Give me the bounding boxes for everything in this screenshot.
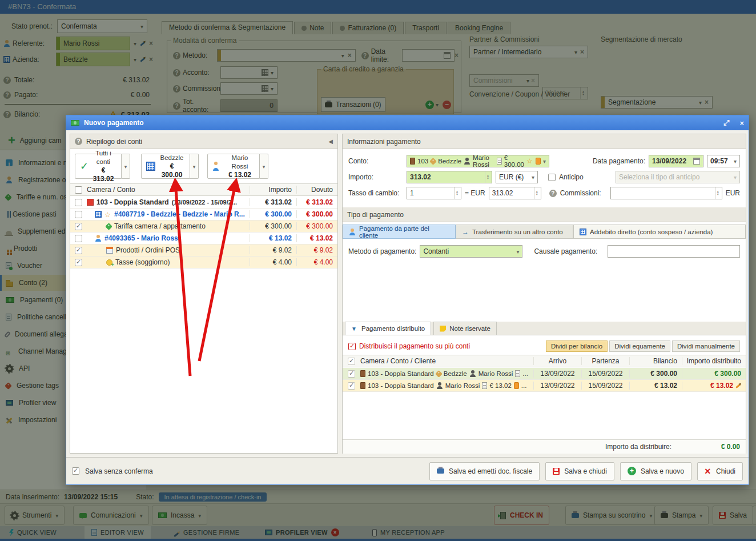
select-all-checkbox[interactable]	[75, 186, 82, 194]
importo-field[interactable]: 313.02 ▴▾	[407, 171, 492, 183]
account-all-dropdown[interactable]	[122, 154, 130, 179]
money-icon	[71, 120, 79, 126]
tab-note-riservate[interactable]: Note riservate	[433, 322, 497, 335]
conto-row-camera[interactable]: 103 - Doppia Standard(13/09/2022 - 15/09…	[70, 197, 337, 209]
importo-da-distribuire-label: Importo da distribuire:	[605, 443, 671, 451]
account-mario-rossi-button[interactable]: Mario Rossi€ 13.02	[207, 154, 260, 179]
anticipo-checkbox[interactable]	[548, 174, 556, 181]
tab-pagamento-cliente[interactable]: Pagamento da parte del cliente	[343, 225, 456, 239]
distribuisci-checkbox[interactable]	[348, 343, 356, 350]
data-pagamento-field[interactable]: 13/09/2022	[649, 155, 703, 167]
riepilogo-header: Riepilogo dei conti ◀	[70, 134, 337, 149]
conto-row-cliente[interactable]: #4093365 - Mario Rossi € 13.02 € 13.02	[70, 233, 337, 245]
close-icon[interactable]: ×	[739, 119, 744, 127]
distribuzione-row-azienda[interactable]: 103 - Doppia Standard Bedzzle Mario Ross…	[343, 368, 746, 380]
salva-e-nuovo-button[interactable]: Salva e nuovo	[620, 462, 691, 480]
row-checkbox[interactable]	[75, 259, 82, 266]
data-pagamento-label: Data pagamento:	[593, 157, 645, 165]
row-checkbox[interactable]	[75, 247, 82, 254]
dividi-manualmente-button[interactable]: Dividi manualmente	[672, 340, 740, 352]
salva-senza-conferma-checkbox[interactable]	[72, 467, 79, 475]
account-all-button[interactable]: Tutti i conti€ 313.02	[75, 154, 122, 179]
dialog-titlebar[interactable]: Nuovo pagamento ⤢ ×	[66, 115, 749, 130]
dividi-bilancio-button[interactable]: Dividi per bilancio	[546, 340, 608, 352]
dialog-title: Nuovo pagamento	[84, 119, 144, 127]
tasso-field[interactable]: 1 ▴▾	[407, 187, 461, 199]
spinner-icon[interactable]: ▴▾	[454, 187, 458, 199]
receipt-icon	[515, 370, 520, 377]
door-icon	[360, 382, 365, 389]
conto-row-prodotti[interactable]: Prodotti / Ordini POS € 9.02 € 9.02	[70, 245, 337, 257]
door-icon	[410, 158, 415, 165]
row-checkbox[interactable]	[348, 370, 355, 378]
chevron-down-icon[interactable]	[532, 174, 534, 181]
chevron-down-icon[interactable]	[734, 158, 737, 165]
metodo-pagamento-label: Metodo di pagamento:	[348, 247, 416, 255]
note-icon	[440, 326, 446, 332]
metodo-pagamento-select[interactable]: Contanti	[420, 245, 522, 258]
chevron-down-icon[interactable]	[516, 249, 519, 255]
commissioni-pag-label: Commissioni:	[560, 189, 601, 197]
spinner-icon[interactable]: ▴▾	[534, 187, 538, 199]
tasso-cambio-label: Tasso di cambio:	[348, 189, 403, 197]
avatar-icon	[95, 235, 102, 242]
conto-row-azienda[interactable]: #4087719 - Bedzzle - Bedzzle - Mario R..…	[70, 209, 337, 221]
chevron-down-icon[interactable]	[543, 158, 546, 165]
conto-row-tasse[interactable]: Tasse (soggiorno) € 4.00 € 4.00	[70, 257, 337, 269]
building-icon	[146, 162, 155, 171]
salva-emetti-fiscale-button[interactable]: Salva ed emetti doc. fiscale	[429, 462, 540, 480]
building-icon	[580, 229, 586, 235]
tipo-pagamento-tabs: Pagamento da parte del cliente Trasferim…	[343, 225, 746, 239]
row-checkbox[interactable]	[348, 382, 355, 390]
causale-input[interactable]	[608, 245, 740, 258]
distribute-icon	[351, 325, 358, 332]
distribuzione-table-header: Camera / Conto / Cliente Arrivo Partenza…	[343, 355, 746, 367]
distribuzione-row-cliente[interactable]: 103 - Doppia Standard Mario Rossi € 13.0…	[343, 380, 746, 392]
row-checkbox[interactable]	[75, 223, 82, 230]
row-checkbox[interactable]	[75, 211, 82, 218]
conto-label: Conto:	[348, 157, 403, 165]
collapse-icon[interactable]: ◀	[328, 138, 333, 145]
store-icon	[106, 247, 113, 254]
edit-icon[interactable]	[735, 383, 741, 388]
account-bedzzle-dropdown[interactable]	[190, 154, 199, 179]
select-all-checkbox[interactable]	[348, 358, 355, 365]
commissioni-pag-field[interactable]: ▴▾	[610, 187, 722, 199]
star-icon	[104, 211, 111, 218]
tag-icon	[429, 158, 437, 165]
tab-pagamento-distribuito[interactable]: Pagamento distribuito	[345, 322, 431, 335]
spinner-icon[interactable]: ▴▾	[485, 171, 489, 183]
person-icon	[464, 158, 471, 165]
anticipo-label: Anticipo	[559, 173, 584, 181]
row-checkbox[interactable]	[75, 199, 82, 206]
dividi-equamente-button[interactable]: Dividi equamente	[609, 340, 670, 352]
chiudi-button[interactable]: Chiudi	[697, 462, 743, 480]
conto-row-tariffa[interactable]: Tariffa camera / appartamento € 300.00 €…	[70, 221, 337, 233]
valuta-select[interactable]: EUR (€)	[496, 171, 538, 183]
account-mario-rossi-dropdown[interactable]	[260, 154, 268, 179]
distribuzione-tabs: Pagamento distribuito Note riservate	[343, 322, 746, 335]
maximize-icon[interactable]: ⤢	[723, 118, 729, 127]
ora-pagamento-select[interactable]: 09:57	[707, 155, 740, 167]
pagamento-panel: Informazioni pagamento Conto: 103 Bedzzl…	[342, 134, 746, 454]
pending-icon	[536, 158, 541, 165]
calendar-icon[interactable]	[693, 158, 700, 165]
account-bedzzle-button[interactable]: Bedzzle€ 300.00	[141, 154, 190, 179]
help-icon	[75, 138, 82, 145]
controvalore-field[interactable]: 313.02 ▴▾	[489, 187, 541, 199]
floppy-icon	[553, 468, 560, 475]
tab-addebito-diretto[interactable]: Addebito diretto (conto sospeso / aziend…	[573, 225, 746, 239]
tab-trasferimento[interactable]: Trasferimento su un altro conto	[456, 225, 573, 239]
conto-select[interactable]: 103 Bedzzle Mario Rossi € 300.00	[407, 155, 549, 167]
avatar-icon	[349, 229, 356, 235]
importo-label: Importo:	[348, 173, 403, 181]
commissioni-currency: EUR	[726, 189, 740, 197]
star-icon	[526, 158, 533, 165]
tag-icon	[435, 370, 443, 377]
fiscal-printer-icon	[437, 468, 444, 474]
salva-e-chiudi-button[interactable]: Salva e chiudi	[545, 462, 614, 480]
row-checkbox[interactable]	[75, 235, 82, 242]
spinner-icon[interactable]: ▴▾	[715, 187, 719, 199]
plus-circle-icon	[628, 467, 636, 475]
receipt-icon	[482, 382, 487, 389]
